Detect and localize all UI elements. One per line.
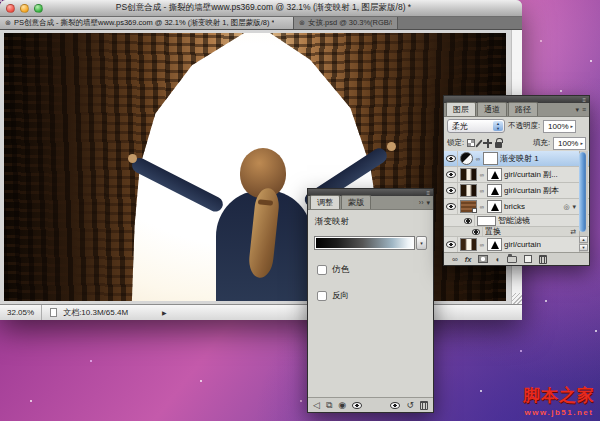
document-tab-inactive[interactable]: ⊗ 女孩.psd @ 30.3%(RGB/8): [294, 17, 398, 29]
layer-name[interactable]: 置换: [485, 226, 501, 237]
dither-checkbox[interactable]: [317, 265, 327, 275]
new-group-icon[interactable]: [507, 256, 517, 263]
switch-panel-view-icon[interactable]: ⧉: [326, 400, 332, 411]
panel-menu-lines-icon[interactable]: ≡: [582, 106, 586, 114]
window-resize-grip[interactable]: [511, 293, 522, 304]
girl-left-arm: [129, 155, 225, 214]
document-tabbar: ⊗ PS创意合成 - 撕裂的墙壁www.ps369.com @ 32.1% (渐…: [0, 17, 522, 30]
visibility-eye-icon[interactable]: [446, 203, 456, 210]
delete-layer-trash-icon[interactable]: [539, 255, 547, 264]
girl-right-hand: [387, 142, 396, 151]
layer-thumbnail[interactable]: [460, 238, 477, 251]
collapse-panel-icon[interactable]: ››: [419, 199, 424, 207]
layer-name[interactable]: bricks: [504, 202, 525, 211]
view-previous-state-eye-icon[interactable]: [390, 402, 400, 409]
smart-filter-icon[interactable]: ◎: [563, 203, 569, 211]
document-tab-active[interactable]: ⊗ PS创意合成 - 撕裂的墙壁www.ps369.com @ 32.1% (渐…: [0, 17, 294, 29]
layers-panel: ≡ 图层 通道 路径 ▾ ≡ 柔光 ▲▼ 不透明度: 100% ▸: [443, 95, 590, 266]
dither-label: 仿色: [332, 264, 349, 276]
layer-thumbnail[interactable]: [460, 168, 477, 181]
visibility-eye-icon[interactable]: [446, 187, 456, 194]
layer-row-smart-filters[interactable]: 智能滤镜: [444, 215, 589, 227]
lock-pixels-icon[interactable]: [475, 139, 482, 147]
status-options-arrow-icon[interactable]: ▶: [162, 309, 167, 316]
add-layer-mask-icon[interactable]: [478, 255, 488, 263]
return-to-list-icon[interactable]: ◁: [313, 400, 320, 410]
clip-to-layer-icon[interactable]: ◉: [338, 400, 346, 410]
opacity-field[interactable]: 100% ▸: [543, 120, 576, 133]
visibility-eye-icon[interactable]: [446, 241, 456, 248]
delete-adjustment-trash-icon[interactable]: [420, 401, 428, 410]
zoom-window-button[interactable]: [34, 4, 43, 13]
reverse-option: 反向: [317, 290, 424, 302]
layer-name[interactable]: girl/curtain 副...: [504, 169, 558, 180]
layer-name[interactable]: girl/curtain: [504, 240, 541, 249]
tab-layers[interactable]: 图层: [446, 102, 476, 116]
layer-mask-thumbnail[interactable]: [487, 238, 502, 251]
visibility-eye-icon[interactable]: [472, 229, 480, 235]
visibility-eye-icon[interactable]: [446, 171, 456, 178]
blend-stepper-icon[interactable]: ▲▼: [493, 121, 503, 131]
layer-row-displace-filter[interactable]: 置换 ⇄: [444, 227, 589, 237]
lock-transparency-icon[interactable]: [467, 139, 475, 147]
close-window-button[interactable]: [6, 4, 15, 13]
layer-row-girl-curtain-copy[interactable]: ∞ girl/curtain 副本: [444, 183, 589, 199]
reverse-checkbox[interactable]: [317, 291, 327, 301]
new-layer-icon[interactable]: [524, 255, 532, 263]
layer-name[interactable]: 智能滤镜: [498, 215, 530, 226]
fill-field[interactable]: 100% ▸: [553, 137, 586, 150]
opacity-slider-arrow-icon[interactable]: ▸: [571, 123, 574, 129]
layer-row-girl-curtain[interactable]: ∞ girl/curtain: [444, 237, 589, 253]
scroll-down-button[interactable]: ▼: [579, 244, 588, 251]
gradient-map-layer-icon[interactable]: [460, 152, 473, 165]
reset-adjustment-icon[interactable]: ↺: [406, 400, 414, 410]
lock-label: 锁定:: [447, 138, 464, 148]
blend-mode-select[interactable]: 柔光 ▲▼: [447, 119, 505, 133]
panel-menu-icon[interactable]: ▾: [575, 106, 579, 114]
layer-mask-thumbnail[interactable]: [483, 152, 498, 165]
mask-link-icon[interactable]: ∞: [479, 204, 485, 210]
adjustments-tabs: 调整 蒙版 ›› ▾: [308, 196, 433, 210]
layer-name[interactable]: girl/curtain 副本: [504, 185, 559, 196]
toggle-visibility-eye-icon[interactable]: [352, 402, 362, 409]
fill-slider-arrow-icon[interactable]: ▸: [580, 140, 583, 146]
gradient-map-bar[interactable]: [314, 236, 415, 250]
scroll-up-button[interactable]: ▲: [579, 236, 588, 243]
filter-blending-options-icon[interactable]: ⇄: [570, 228, 576, 236]
gradient-picker-dropdown[interactable]: ▾: [416, 236, 427, 250]
layer-row-girl-curtain-copy2[interactable]: ∞ girl/curtain 副...: [444, 167, 589, 183]
lock-all-icon[interactable]: [495, 142, 502, 148]
expand-smart-filters-icon[interactable]: ▾: [572, 203, 576, 211]
link-layers-icon[interactable]: ∞: [452, 255, 458, 264]
tab-masks[interactable]: 蒙版: [341, 195, 371, 209]
visibility-eye-icon[interactable]: [446, 155, 456, 162]
layers-scrollbar-thumb[interactable]: [579, 152, 586, 232]
tab-adjustments[interactable]: 调整: [310, 195, 340, 209]
tab-close-icon[interactable]: ⊗: [299, 19, 305, 27]
mask-link-icon[interactable]: ∞: [479, 172, 485, 178]
layer-mask-thumbnail[interactable]: [487, 200, 502, 213]
layer-style-fx-icon[interactable]: fx: [465, 255, 472, 264]
zoom-level-field[interactable]: 32.05%: [0, 305, 42, 320]
filter-mask-thumbnail[interactable]: [477, 216, 496, 226]
panel-menu-icon[interactable]: ▾: [426, 199, 430, 207]
window-titlebar[interactable]: PS创意合成 - 撕裂的墙壁www.ps369.com @ 32.1% (渐变映…: [0, 0, 522, 17]
layer-mask-thumbnail[interactable]: [487, 168, 502, 181]
visibility-eye-icon[interactable]: [464, 218, 472, 224]
layer-thumbnail[interactable]: [460, 184, 477, 197]
tab-channels[interactable]: 通道: [477, 102, 507, 116]
opacity-value: 100%: [548, 122, 568, 131]
lock-position-icon[interactable]: [483, 139, 492, 148]
smart-object-thumbnail[interactable]: [460, 200, 477, 213]
layer-row-gradient-map[interactable]: ∞ 渐变映射 1: [444, 151, 589, 167]
mask-link-icon[interactable]: ∞: [479, 188, 485, 194]
mask-link-icon[interactable]: ∞: [479, 242, 485, 248]
new-adjustment-layer-icon[interactable]: ◐: [495, 255, 500, 264]
tab-close-icon[interactable]: ⊗: [5, 19, 11, 27]
layer-name[interactable]: 渐变映射 1: [500, 153, 539, 164]
mask-link-icon[interactable]: ∞: [475, 156, 481, 162]
tab-paths[interactable]: 路径: [508, 102, 538, 116]
layer-mask-thumbnail[interactable]: [487, 184, 502, 197]
layer-row-bricks[interactable]: ∞ bricks ◎ ▾: [444, 199, 589, 215]
minimize-window-button[interactable]: [20, 4, 29, 13]
